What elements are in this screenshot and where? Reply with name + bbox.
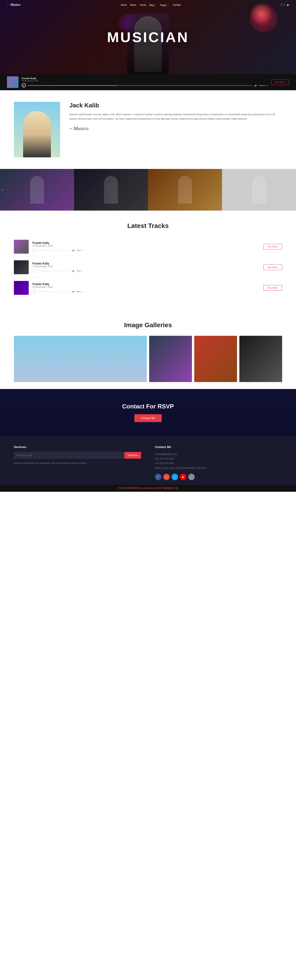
hero-buy-button[interactable]: Buy Album xyxy=(271,80,289,85)
gallery-small-3[interactable] xyxy=(239,336,282,382)
gallery-strip-item-4[interactable] xyxy=(222,169,296,211)
footer-email-input[interactable] xyxy=(14,452,124,459)
instagram-icon[interactable]: ☁ xyxy=(286,3,289,6)
footer-contact-col: Contact Me contact@support.com +01 975 6… xyxy=(155,445,282,480)
gallery-large-inner xyxy=(14,336,147,382)
gallery-small-1[interactable] xyxy=(149,336,192,382)
track-vol-fill-3 xyxy=(76,291,81,292)
progress-bar[interactable] xyxy=(28,85,252,86)
track-date-3: 10 November, 2019 xyxy=(32,286,260,288)
nav-blog[interactable]: Blog xyxy=(149,4,154,6)
track-date-1: 10 November, 2019 xyxy=(32,245,260,247)
track-vol-icon-1: 🔊 xyxy=(72,249,75,251)
footer-subscribe-button[interactable]: Subscribe xyxy=(124,452,141,459)
track-thumb-img-3 xyxy=(14,281,28,295)
footer-contact-info: contact@support.com +01 975 679 4295 +01… xyxy=(155,452,282,471)
footer-service-text: Esteem spirit temper too say adieux who … xyxy=(14,461,141,465)
track-thumb-1 xyxy=(14,240,28,254)
contact-section: Contact For RSVP Contact Me xyxy=(0,389,296,436)
gallery-strip-item-3[interactable] xyxy=(148,169,222,211)
gallery-small-2[interactable] xyxy=(194,336,237,382)
about-signature: ~ Musico xyxy=(70,126,282,131)
gallery-strip-item-1[interactable] xyxy=(0,169,74,211)
track-vol-bar-1[interactable] xyxy=(76,250,85,251)
track-progress-fill-1 xyxy=(38,250,49,251)
footer-services-title: Services xyxy=(14,445,141,449)
footer-spotify-icon[interactable]: ♪ xyxy=(188,474,195,480)
gallery-strip-person-1 xyxy=(30,176,44,204)
track-buy-btn-1[interactable]: Buy Albom xyxy=(263,244,282,250)
twitter-icon[interactable]: t xyxy=(284,3,285,6)
about-image xyxy=(14,102,60,158)
track-controls-1: 🔊 xyxy=(32,248,260,252)
hero-title: MUSICIAN xyxy=(107,29,189,45)
footer-twitter-icon[interactable]: t xyxy=(172,474,178,480)
track-thumb-img-2 xyxy=(14,260,28,274)
gallery-strip-person-3 xyxy=(178,176,192,204)
track-info-1: Frando Kally 10 November, 2019 🔊 xyxy=(32,241,260,252)
nav-contact[interactable]: Contact xyxy=(173,4,180,6)
volume-bar[interactable] xyxy=(259,85,268,86)
navbar: ♪ Musico Home About Tracks Blog ▾ Pages … xyxy=(0,0,296,10)
track-buy-btn-2[interactable]: Buy Albom xyxy=(263,264,282,270)
footer-input-row: Subscribe xyxy=(14,452,141,459)
galleries-title: Image Galleries xyxy=(14,321,282,329)
track-item-1: Frando Kally 10 November, 2019 🔊 Buy Alb… xyxy=(14,237,282,257)
bottom-bar: 沪ICP备18066698号 bbs.shenlan.com友情下载请购买正版 xyxy=(0,485,296,492)
track-name-2: Frando Kally xyxy=(32,262,260,265)
track-vol-bar-2[interactable] xyxy=(76,271,85,271)
nav-pages[interactable]: Pages xyxy=(160,4,166,6)
play-button[interactable] xyxy=(22,83,26,88)
player-bar: Frando Kally 10 November, 2019 🔊 Buy Alb… xyxy=(0,74,296,90)
gallery-large[interactable] xyxy=(14,336,147,382)
track-thumb-2 xyxy=(14,260,28,274)
about-section: Jack Kalib Esteem spirit temper too say … xyxy=(0,90,296,169)
track-date-2: 10 November, 2019 xyxy=(32,265,260,268)
footer-google-plus-icon[interactable]: G+ xyxy=(163,474,170,480)
about-image-inner xyxy=(14,102,60,158)
track-progress-2[interactable] xyxy=(38,271,70,271)
gallery-strip-item-2[interactable] xyxy=(74,169,148,211)
facebook-icon[interactable]: f xyxy=(281,3,282,6)
gallery-strip: ‹ xyxy=(0,169,296,211)
volume-icon: 🔊 xyxy=(254,84,257,87)
gallery-strip-person-2 xyxy=(104,176,118,204)
gallery-strip-overlay-4 xyxy=(222,169,296,211)
track-play-btn-3[interactable] xyxy=(32,290,36,293)
track-controls-3: 🔊 xyxy=(32,290,260,293)
player-name: Frando Kally xyxy=(22,77,268,80)
track-info-3: Frando Kally 10 November, 2019 🔊 xyxy=(32,283,260,293)
track-item-2: Frando Kally 10 November, 2019 🔊 Buy Alb… xyxy=(14,257,282,278)
logo[interactable]: ♪ Musico xyxy=(7,2,21,7)
track-vol-bar-3[interactable] xyxy=(76,291,85,292)
footer: Services Subscribe Esteem spirit temper … xyxy=(0,436,296,485)
track-play-btn-2[interactable] xyxy=(32,269,36,273)
gallery-strip-overlay-2 xyxy=(74,169,148,211)
player-info: Frando Kally 10 November, 2019 🔊 xyxy=(22,77,268,88)
footer-phone1: +01 975 679 4295 xyxy=(155,457,282,461)
volume-fill xyxy=(259,85,264,86)
nav-about[interactable]: About xyxy=(130,4,136,6)
gallery-strip-overlay-3 xyxy=(148,169,222,211)
footer-youtube-icon[interactable]: ▶ xyxy=(180,474,187,480)
contact-button[interactable]: Contact Me xyxy=(135,414,161,422)
about-text: Esteem spirit temper too say adieux who … xyxy=(70,112,282,121)
track-progress-3[interactable] xyxy=(38,291,70,292)
track-progress-1[interactable] xyxy=(38,250,70,251)
track-controls-2: 🔊 xyxy=(32,269,260,273)
track-buy-btn-3[interactable]: Buy Albom xyxy=(263,285,282,291)
gallery-prev-arrow[interactable]: ‹ xyxy=(2,188,3,192)
track-info-2: Frando Kally 10 November, 2019 🔊 xyxy=(32,262,260,273)
nav-home[interactable]: Home xyxy=(121,4,127,6)
track-progress-fill-2 xyxy=(38,271,49,271)
footer-facebook-icon[interactable]: f xyxy=(155,474,161,480)
nav-links: Home About Tracks Blog ▾ Pages ▾ Contact xyxy=(121,3,180,7)
nav-tracks[interactable]: Tracks xyxy=(139,4,146,6)
footer-phone2: +01 975 679 4295 xyxy=(155,461,282,466)
track-name-1: Frando Kally xyxy=(32,241,260,245)
track-progress-fill-3 xyxy=(38,291,49,292)
contact-bg xyxy=(0,389,296,436)
galleries-section: Image Galleries xyxy=(0,310,296,389)
track-play-btn-1[interactable] xyxy=(32,248,36,252)
track-thumb-img-1 xyxy=(14,240,28,254)
